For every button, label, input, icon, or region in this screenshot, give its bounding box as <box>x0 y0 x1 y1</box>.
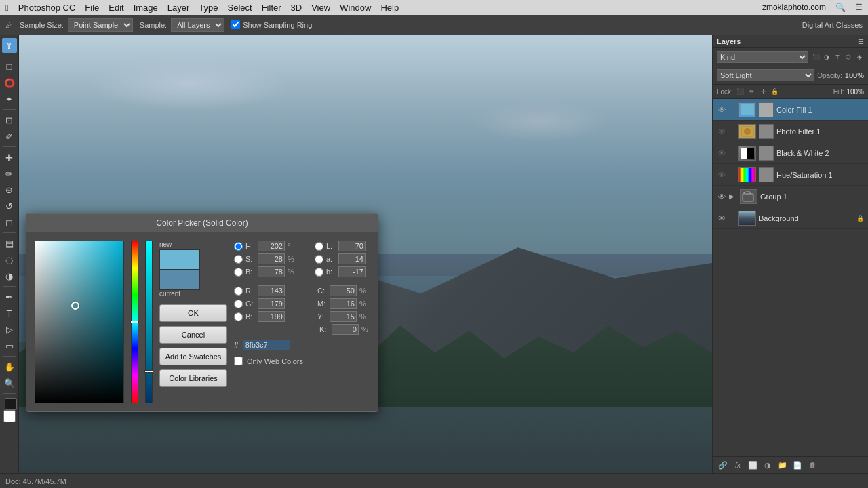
pen-tool[interactable]: ✒ <box>2 289 17 304</box>
menu-edit[interactable]: Edit <box>108 3 123 13</box>
c-input[interactable] <box>330 285 357 296</box>
hue-radio[interactable] <box>234 242 243 251</box>
lock-move-icon[interactable]: ✛ <box>759 87 768 96</box>
shape-filter-icon[interactable]: ⬡ <box>844 52 853 62</box>
link-layers-icon[interactable]: 🔗 <box>717 459 729 471</box>
blue-radio[interactable] <box>234 312 243 321</box>
delete-layer-icon[interactable]: 🗑 <box>806 459 818 471</box>
layer-item-color-fill[interactable]: 👁 Color Fill 1 <box>713 99 868 121</box>
add-to-swatches-button[interactable]: Add to Swatches <box>159 348 227 365</box>
a-input[interactable] <box>338 253 366 264</box>
b-input[interactable] <box>258 266 285 277</box>
dodge-tool[interactable]: ◑ <box>2 268 17 283</box>
visibility-photo-filter[interactable]: 👁 <box>717 127 726 136</box>
visibility-huesat[interactable]: 👁 <box>717 170 726 180</box>
menu-filter[interactable]: Filter <box>262 3 281 13</box>
g-input[interactable] <box>258 298 285 309</box>
menu-photoshop[interactable]: Photoshop CC <box>18 3 76 13</box>
blur-tool[interactable]: ◌ <box>2 252 17 267</box>
l-input[interactable] <box>338 241 366 251</box>
foreground-color[interactable] <box>5 398 17 410</box>
b-radio[interactable] <box>234 268 243 277</box>
web-colors-checkbox[interactable] <box>234 357 243 365</box>
add-mask-icon[interactable]: ⬜ <box>747 459 759 471</box>
new-group-icon[interactable]: 📁 <box>776 459 789 471</box>
r-input[interactable] <box>258 285 285 296</box>
k-input[interactable] <box>332 324 359 335</box>
adjustment-filter-icon[interactable]: ◑ <box>822 52 831 62</box>
menu-layer[interactable]: Layer <box>167 3 190 13</box>
zoom-tool[interactable]: 🔍 <box>2 375 17 390</box>
layer-item-huesat[interactable]: 👁 Hue/Saturation 1 <box>713 164 868 186</box>
layer-item-group[interactable]: 👁 ▶ Group 1 <box>713 186 868 207</box>
apple-menu[interactable]:  <box>5 3 9 13</box>
s-input[interactable] <box>258 253 285 264</box>
eyedropper-tool[interactable]: ✐ <box>2 129 17 144</box>
brush-tool[interactable]: ✏ <box>2 166 17 181</box>
layer-item-photo-filter[interactable]: 👁 Photo Filter 1 <box>713 121 868 142</box>
menu-3d[interactable]: 3D <box>291 3 302 13</box>
m-input[interactable] <box>330 298 357 309</box>
background-color[interactable] <box>3 410 16 422</box>
menu-window[interactable]: Window <box>340 3 371 13</box>
menu-image[interactable]: Image <box>134 3 158 13</box>
layer-item-background[interactable]: 👁 Background 🔒 <box>713 207 868 229</box>
s-radio[interactable] <box>234 255 243 264</box>
visibility-color-fill[interactable]: 👁 <box>717 105 726 115</box>
type-tool[interactable]: T <box>2 306 17 321</box>
hue-input[interactable] <box>258 241 285 251</box>
pixel-filter-icon[interactable]: ⬛ <box>811 52 821 62</box>
y-input[interactable] <box>330 311 357 322</box>
visibility-background[interactable]: 👁 <box>717 214 726 223</box>
visibility-bw[interactable]: 👁 <box>717 148 726 158</box>
clone-tool[interactable]: ⊕ <box>2 182 17 197</box>
type-filter-icon[interactable]: T <box>833 52 842 62</box>
marquee-tool[interactable]: □ <box>2 59 17 74</box>
extra-slider[interactable] <box>145 241 153 403</box>
new-fill-icon[interactable]: ◑ <box>762 459 774 471</box>
hamburger-icon[interactable]: ☰ <box>855 3 863 12</box>
menu-type[interactable]: Type <box>199 3 218 13</box>
hue-slider[interactable] <box>131 241 138 403</box>
healing-tool[interactable]: ✚ <box>2 150 17 165</box>
shape-tool[interactable]: ▭ <box>2 338 17 353</box>
b2-radio[interactable] <box>315 268 323 277</box>
fx-icon[interactable]: fx <box>732 459 744 471</box>
hand-tool[interactable]: ✋ <box>2 359 17 374</box>
gradient-tool[interactable]: ▤ <box>2 236 17 251</box>
a-radio[interactable] <box>315 255 323 264</box>
cancel-button[interactable]: Cancel <box>159 326 227 344</box>
color-libraries-button[interactable]: Color Libraries <box>159 369 227 387</box>
menu-help[interactable]: Help <box>380 3 399 13</box>
group-expand-icon[interactable]: ▶ <box>729 192 737 200</box>
l-radio[interactable] <box>315 242 323 251</box>
hex-input[interactable] <box>243 340 290 350</box>
lock-draw-icon[interactable]: ✏ <box>747 87 757 96</box>
crop-tool[interactable]: ⊡ <box>2 113 17 127</box>
eraser-tool[interactable]: ◻ <box>2 215 17 230</box>
menu-select[interactable]: Select <box>228 3 252 13</box>
path-select-tool[interactable]: ▷ <box>2 322 17 337</box>
lasso-tool[interactable]: ⭕ <box>2 75 17 90</box>
layer-item-bw[interactable]: 👁 Black & White 2 <box>713 142 868 164</box>
sampling-ring-checkbox[interactable] <box>231 20 240 29</box>
kind-select[interactable]: Kind <box>717 51 808 63</box>
smart-filter-icon[interactable]: ◈ <box>854 52 864 62</box>
sample-size-select[interactable]: Point Sample <box>68 18 133 32</box>
color-gradient-picker[interactable] <box>35 241 124 403</box>
g-radio[interactable] <box>234 300 243 308</box>
lock-pixels-icon[interactable]: ⬛ <box>736 87 745 96</box>
r-radio[interactable] <box>234 287 243 296</box>
move-tool[interactable]: ⇧ <box>2 38 17 53</box>
b2-input[interactable] <box>338 266 366 277</box>
menu-file[interactable]: File <box>85 3 99 13</box>
visibility-group[interactable]: 👁 <box>717 192 726 201</box>
menu-view[interactable]: View <box>311 3 330 13</box>
layers-panel-menu[interactable]: ☰ <box>858 38 864 45</box>
blend-mode-select[interactable]: Soft Light <box>717 69 814 81</box>
lock-all-icon[interactable]: 🔒 <box>770 87 780 96</box>
sample-select[interactable]: All Layers <box>171 18 224 32</box>
history-tool[interactable]: ↺ <box>2 199 17 214</box>
blue-input[interactable] <box>258 311 285 322</box>
magic-wand-tool[interactable]: ✦ <box>2 92 17 106</box>
